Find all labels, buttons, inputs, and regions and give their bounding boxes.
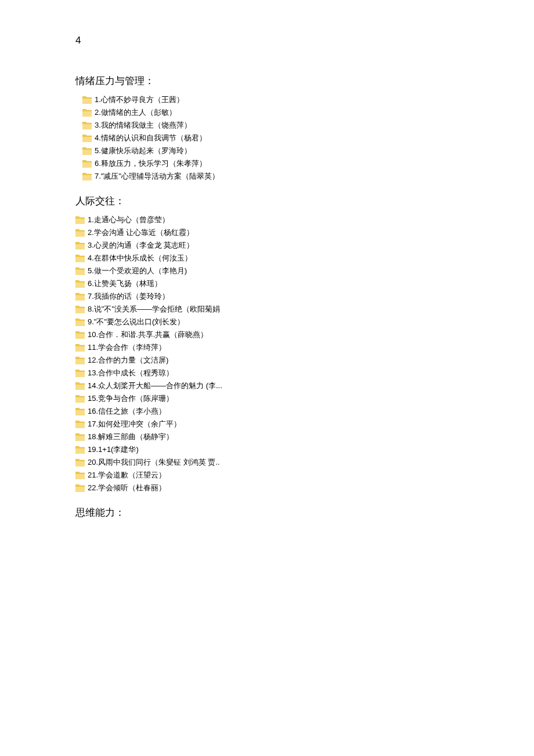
folder-item[interactable]: 1.走通心与心（曾彦莹）	[75, 214, 534, 226]
folder-icon	[75, 319, 85, 326]
folder-label: 21.学会道歉（汪望云）	[88, 470, 166, 480]
folder-list: 1.走通心与心（曾彦莹） 2.学会沟通 让心靠近（杨红霞） 3.心灵的沟通（李金…	[75, 214, 534, 494]
folder-label: 5.做一个受欢迎的人（李艳月)	[88, 266, 187, 276]
folder-item[interactable]: 15.竞争与合作（陈岸珊）	[75, 392, 534, 405]
folder-icon	[82, 122, 92, 129]
folder-icon	[75, 344, 85, 352]
folder-item[interactable]: 7."减压"心理辅导活动方案（陆翠英）	[82, 170, 534, 183]
folder-item[interactable]: 5.做一个受欢迎的人（李艳月)	[75, 265, 534, 277]
folder-icon	[75, 229, 85, 237]
folder-icon	[75, 459, 85, 466]
folder-label: 6.让赞美飞扬（林瑶）	[88, 278, 162, 289]
folder-icon	[75, 446, 85, 454]
folder-icon	[82, 147, 92, 155]
folder-label: 1.心情不妙寻良方（王茜）	[95, 95, 184, 105]
folder-label: 15.竞争与合作（陈岸珊）	[88, 393, 174, 404]
folder-icon	[82, 160, 92, 168]
folder-label: 17.如何处理冲突（余广平）	[88, 419, 181, 429]
folder-item[interactable]: 6.让赞美飞扬（林瑶）	[75, 277, 534, 290]
folder-label: 13.合作中成长（程秀琼）	[88, 368, 174, 378]
folder-item[interactable]: 20.风雨中我们同行（朱燮钲 刘鸿英 贾..	[75, 456, 534, 469]
folder-label: 3.心灵的沟通（李金龙 莫志旺）	[88, 240, 194, 251]
folder-label: 5.健康快乐动起来（罗海玲）	[95, 146, 192, 156]
folder-label: 20.风雨中我们同行（朱燮钲 刘鸿英 贾..	[88, 457, 220, 468]
folder-item[interactable]: 14.众人划桨开大船——合作的魅力 (李...	[75, 379, 534, 392]
folder-icon	[75, 382, 85, 390]
folder-icon	[75, 293, 85, 301]
folder-label: 3.我的情绪我做主（饶燕萍）	[95, 120, 192, 131]
folder-icon	[75, 370, 85, 377]
folder-icon	[75, 408, 85, 415]
folder-item[interactable]: 7.我插你的话（姜玲玲）	[75, 290, 534, 303]
folder-item[interactable]: 8.说"不"没关系——学会拒绝（欧阳菊娟	[75, 303, 534, 316]
folder-icon	[82, 135, 92, 142]
folder-item[interactable]: 9."不"要怎么说出口(刘长发）	[75, 316, 534, 328]
folder-icon	[75, 395, 85, 403]
folder-item[interactable]: 2.学会沟通 让心靠近（杨红霞）	[75, 226, 534, 239]
folder-label: 18.解难三部曲（杨静宇）	[88, 432, 174, 442]
folder-icon	[82, 96, 92, 104]
folder-label: 4.在群体中快乐成长（何汝玉）	[88, 253, 192, 263]
folder-item[interactable]: 1.心情不妙寻良方（王茜）	[82, 93, 534, 106]
folder-label: 7."减压"心理辅导活动方案（陆翠英）	[95, 171, 219, 182]
folder-item[interactable]: 19.1+1(李建华)	[75, 443, 534, 456]
folder-item[interactable]: 22.学会倾听（杜春丽）	[75, 482, 534, 494]
folder-icon	[75, 267, 85, 275]
folder-item[interactable]: 10.合作．和谐.共享.共赢（薛晓燕）	[75, 328, 534, 341]
folder-icon	[75, 280, 85, 288]
folder-item[interactable]: 6.释放压力，快乐学习（朱孝萍）	[82, 157, 534, 170]
folder-item[interactable]: 2.做情绪的主人（彭敏）	[82, 106, 534, 119]
folder-item[interactable]: 17.如何处理冲突（余广平）	[75, 418, 534, 431]
folder-icon	[75, 242, 85, 249]
folder-item[interactable]: 18.解难三部曲（杨静宇）	[75, 431, 534, 443]
folder-icon	[75, 357, 85, 364]
folder-label: 14.众人划桨开大船——合作的魅力 (李...	[88, 381, 222, 391]
folder-label: 16.信任之旅（李小燕）	[88, 406, 166, 417]
folder-item[interactable]: 3.我的情绪我做主（饶燕萍）	[82, 119, 534, 132]
folder-icon	[75, 306, 85, 313]
folder-label: 4.情绪的认识和自我调节（杨君）	[95, 133, 207, 143]
folder-icon	[75, 331, 85, 339]
folder-label: 9."不"要怎么说出口(刘长发）	[88, 317, 185, 327]
folder-icon	[75, 421, 85, 428]
folder-item[interactable]: 12.合作的力量（文洁屏)	[75, 354, 534, 367]
folder-list: 1.心情不妙寻良方（王茜） 2.做情绪的主人（彭敏） 3.我的情绪我做主（饶燕萍…	[75, 93, 534, 183]
folder-icon	[82, 109, 92, 117]
folder-label: 6.释放压力，快乐学习（朱孝萍）	[95, 158, 207, 169]
folder-item[interactable]: 4.在群体中快乐成长（何汝玉）	[75, 252, 534, 265]
folder-item[interactable]: 4.情绪的认识和自我调节（杨君）	[82, 132, 534, 144]
folder-label: 11.学会合作（李绮萍）	[88, 342, 166, 353]
folder-icon	[75, 484, 85, 492]
page-number: 4	[75, 35, 534, 46]
folder-item[interactable]: 11.学会合作（李绮萍）	[75, 341, 534, 354]
folder-label: 8.说"不"没关系——学会拒绝（欧阳菊娟	[88, 304, 220, 314]
folder-item[interactable]: 3.心灵的沟通（李金龙 莫志旺）	[75, 239, 534, 252]
folder-icon	[75, 433, 85, 441]
folder-label: 1.走通心与心（曾彦莹）	[88, 215, 169, 225]
section-title: 情绪压力与管理：	[75, 74, 534, 88]
folder-icon	[75, 472, 85, 479]
folder-icon	[82, 173, 92, 180]
folder-item[interactable]: 21.学会道歉（汪望云）	[75, 469, 534, 482]
folder-item[interactable]: 13.合作中成长（程秀琼）	[75, 367, 534, 379]
folder-label: 22.学会倾听（杜春丽）	[88, 483, 166, 493]
section-title: 思维能力：	[75, 506, 534, 519]
folder-label: 2.做情绪的主人（彭敏）	[95, 107, 176, 118]
folder-icon	[75, 255, 85, 262]
folder-item[interactable]: 16.信任之旅（李小燕）	[75, 405, 534, 418]
folder-label: 10.合作．和谐.共享.共赢（薛晓燕）	[88, 330, 208, 340]
folder-label: 19.1+1(李建华)	[88, 444, 139, 455]
folder-item[interactable]: 5.健康快乐动起来（罗海玲）	[82, 144, 534, 157]
folder-label: 7.我插你的话（姜玲玲）	[88, 291, 169, 302]
section-title: 人际交往：	[75, 194, 534, 208]
folder-label: 2.学会沟通 让心靠近（杨红霞）	[88, 227, 194, 238]
folder-label: 12.合作的力量（文洁屏)	[88, 355, 168, 366]
folder-icon	[75, 216, 85, 224]
